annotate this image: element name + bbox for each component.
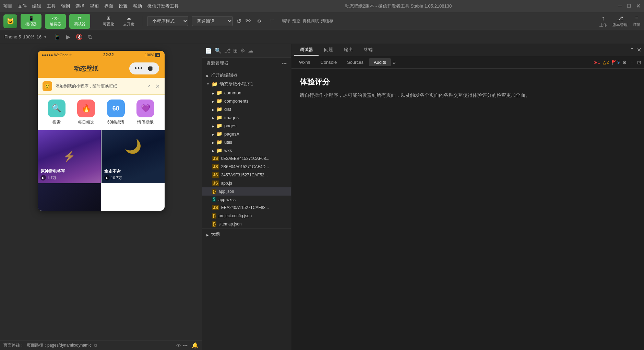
notification-close[interactable]: ✕ xyxy=(155,83,160,90)
simulator-button[interactable]: 📱 模拟器 xyxy=(21,14,41,29)
file-appjson[interactable]: {} app.json xyxy=(202,187,291,196)
copy-icon[interactable]: ⧉ xyxy=(88,34,92,40)
preview-icon[interactable]: 👁 xyxy=(245,18,251,25)
error-icon: ⊗ xyxy=(594,60,597,65)
gallery-image-bottom xyxy=(38,183,101,211)
folder-name-wxs: wxs xyxy=(224,148,232,153)
play-icon[interactable]: ▶ xyxy=(66,34,70,40)
subtab-sources[interactable]: Sources xyxy=(342,58,368,66)
subtab-wxml[interactable]: Wxml xyxy=(294,58,315,66)
options-debug-icon[interactable]: ⋮ xyxy=(630,60,634,65)
folder-utils[interactable]: 📁 utils xyxy=(202,138,291,146)
gallery-image-right: 🌙 拿走不谢 ▶ 10.7万 xyxy=(102,130,165,183)
folder-common[interactable]: 📁 common xyxy=(202,89,291,97)
mute-icon[interactable]: 🔇 xyxy=(76,34,83,40)
menu-item-select[interactable]: 选择 xyxy=(75,3,84,9)
version-button[interactable]: ⎇ 版本管理 xyxy=(612,15,628,27)
file-nav-icon2[interactable]: 🔍 xyxy=(215,47,222,54)
debugger-button[interactable]: ⇄ 调试器 xyxy=(69,14,90,29)
file-nav-icon5[interactable]: ⚙ xyxy=(240,47,245,54)
phone-notification: 😊 添加到我的小程序，随时更换壁纸 ↗ ✕ xyxy=(38,78,165,95)
menu-item-view[interactable]: 视图 xyxy=(90,3,99,9)
menu-item-file[interactable]: 文件 xyxy=(18,3,27,9)
close-icon[interactable]: ✕ xyxy=(636,3,641,9)
file-hash4[interactable]: JS EEA240A115271CAF88... xyxy=(202,203,291,212)
folder-components[interactable]: 📁 components xyxy=(202,97,291,105)
folder-pages[interactable]: 📁 pages xyxy=(202,121,291,130)
dots-icon[interactable]: ••• xyxy=(135,65,143,72)
menu-item-tools[interactable]: 工具 xyxy=(47,3,56,9)
tab-issues[interactable]: 问题 xyxy=(319,45,338,56)
debug-content: 体验评分 请自行操作小程序，尽可能的覆盖到所有页面，以及触发各个页面的各种交互使… xyxy=(291,69,644,350)
maximize-icon[interactable]: □ xyxy=(627,3,631,9)
file-hash1[interactable]: JS 0E3AEEB415271CAF68... xyxy=(202,154,291,163)
file-nav-icon1[interactable]: 📄 xyxy=(205,47,212,54)
outline-header[interactable]: 大纲 xyxy=(202,229,291,240)
gallery-image-left: ⚡ 原神雷电将军 ▶ 1.1万 xyxy=(38,130,101,183)
file-appwxss[interactable]: S̃ app.wxss xyxy=(202,196,291,203)
folder-images[interactable]: 📁 images xyxy=(202,113,291,121)
tab-debugger[interactable]: 调试器 xyxy=(294,45,319,56)
menu-item-goto[interactable]: 转到 xyxy=(61,3,70,9)
file-nav-icon4[interactable]: ⊞ xyxy=(233,47,238,54)
more-options-icon[interactable]: ••• xyxy=(282,61,287,66)
layers-button[interactable]: ⬚ xyxy=(267,17,277,25)
chevron-down-icon[interactable]: ▼ xyxy=(44,35,47,39)
hd-app-icon[interactable]: 60 60帧超清 xyxy=(107,100,125,125)
gallery-item-right[interactable]: 🌙 拿走不谢 ▶ 10.7万 xyxy=(102,130,165,183)
tab-terminal[interactable]: 终端 xyxy=(358,45,378,56)
menu-item-project[interactable]: 项目 xyxy=(3,3,12,9)
project-root[interactable]: 📁 动态壁纸小程序1 xyxy=(202,80,291,89)
utils-chevron xyxy=(212,140,214,145)
mobile-icon[interactable]: 📱 xyxy=(54,34,61,40)
gallery-item-left[interactable]: ⚡ 原神雷电将军 ▶ 1.1万 xyxy=(38,130,101,183)
tab-output[interactable]: 输出 xyxy=(338,45,358,56)
close-debug-icon[interactable]: ✕ xyxy=(637,47,641,53)
settings-debug-icon[interactable]: ⚙ xyxy=(622,60,627,65)
visualize-button[interactable]: ⊞ 可视化 xyxy=(100,14,117,28)
subtab-audits[interactable]: Audits xyxy=(369,58,391,66)
eye-icon[interactable]: 👁 xyxy=(176,343,181,348)
menu-item-settings[interactable]: 设置 xyxy=(119,3,128,9)
mode-select[interactable]: 小程序模式 xyxy=(147,16,188,26)
open-editors-section[interactable]: 打开的编辑器 xyxy=(202,71,291,80)
file-name-hash1: 0E3AEEB415271CAF68... xyxy=(221,156,270,161)
gallery-item-bottom[interactable] xyxy=(38,183,101,211)
search-app-icon[interactable]: 🔍 搜索 xyxy=(48,100,65,125)
compile-select[interactable]: 普通编译 xyxy=(192,16,233,26)
folder-pagesA[interactable]: 📁 pagesA xyxy=(202,130,291,138)
file-nav-icon6[interactable]: ☁ xyxy=(248,47,253,54)
cloud-button[interactable]: ☁ 云开发 xyxy=(120,14,137,28)
more-icon[interactable]: ••• xyxy=(182,343,188,348)
upload-label: 上传 xyxy=(599,23,607,28)
more-tabs-icon[interactable]: » xyxy=(393,60,396,65)
file-sitemap[interactable]: {} sitemap.json xyxy=(202,220,291,228)
file-projectconfig[interactable]: {} project.config.json xyxy=(202,212,291,220)
folder-dist[interactable]: 📁 dist xyxy=(202,105,291,113)
menu-item-wechat[interactable]: 微信开发者工具 xyxy=(147,3,179,9)
folder-wxs[interactable]: 📁 wxs xyxy=(202,146,291,154)
phone-battery: 100% ■ xyxy=(145,53,160,57)
expand-icon[interactable]: ⌃ xyxy=(630,47,634,53)
minimize-icon[interactable]: ─ xyxy=(618,3,622,9)
copy-path-icon[interactable]: ⧉ xyxy=(94,343,97,348)
menu-item-interface[interactable]: 界面 xyxy=(104,3,113,9)
refresh-icon[interactable]: ↺ xyxy=(236,18,241,25)
components-chevron xyxy=(212,98,214,104)
upload-button[interactable]: ↑ 上传 xyxy=(599,15,607,28)
file-hash3[interactable]: JS 3457A9F315271CAF52... xyxy=(202,171,291,179)
record-icon[interactable]: ⏺ xyxy=(147,65,154,72)
file-hash2[interactable]: JS 2B6F04A015271CAF4D... xyxy=(202,163,291,171)
couple-app-icon[interactable]: 💜 情侣壁纸 xyxy=(136,100,154,125)
menu-item-help[interactable]: 帮助 xyxy=(133,3,142,9)
file-appjs[interactable]: JS app.js xyxy=(202,179,291,187)
menu-item-edit[interactable]: 编辑 xyxy=(32,3,41,9)
bell-icon[interactable]: 🔔 xyxy=(192,342,199,349)
daily-app-icon[interactable]: 🔥 每日精选 xyxy=(77,100,95,125)
wechat-settings-button[interactable]: ⚙ xyxy=(254,17,264,25)
editor-button[interactable]: </> 编辑器 xyxy=(45,14,66,29)
file-nav-icon3[interactable]: ⎇ xyxy=(224,47,230,54)
fullscreen-debug-icon[interactable]: ⊡ xyxy=(637,60,641,65)
detail-button[interactable]: ≡ 详情 xyxy=(633,15,641,27)
subtab-console[interactable]: Console xyxy=(316,58,342,66)
